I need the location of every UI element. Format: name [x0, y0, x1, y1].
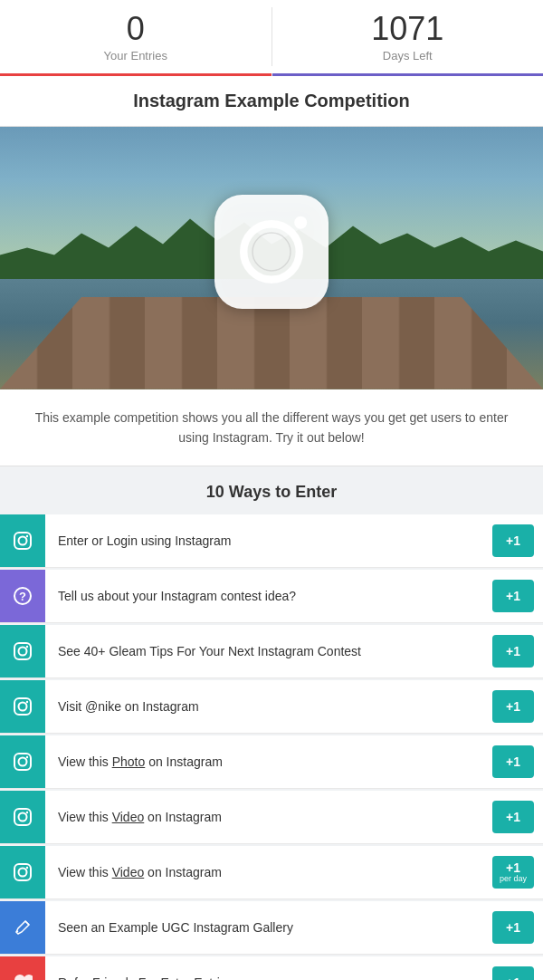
svg-text:?: ? — [19, 590, 26, 603]
list-item[interactable]: See 40+ Gleam Tips For Your Next Instagr… — [0, 625, 543, 678]
svg-point-20 — [26, 812, 28, 813]
svg-rect-4 — [14, 533, 31, 549]
svg-point-13 — [19, 703, 27, 711]
svg-point-10 — [19, 648, 27, 656]
entry-points-badge: +1 — [492, 801, 534, 833]
svg-rect-18 — [14, 809, 31, 825]
instagram-icon — [0, 514, 45, 567]
entry-points-badge: +1 — [492, 745, 534, 778]
days-count: 1071 — [281, 11, 535, 47]
svg-rect-0 — [214, 195, 329, 309]
entries-label: Your Entries — [9, 49, 262, 62]
per-day-label: per day — [500, 875, 527, 884]
competition-description: This example competition shows you all t… — [0, 389, 543, 467]
list-item[interactable]: View this Photo on Instagram +1 — [0, 735, 543, 789]
svg-point-14 — [26, 701, 28, 703]
entry-points-badge: +1 — [492, 635, 534, 668]
instagram-icon — [0, 791, 45, 843]
entry-points-badge: +1 — [492, 911, 534, 944]
stats-header: 0 Your Entries 1071 Days Left — [0, 0, 543, 76]
ways-title: 10 Ways to Enter — [0, 466, 543, 514]
entry-points-badge: +1 — [492, 966, 534, 980]
svg-point-22 — [19, 869, 27, 877]
svg-point-16 — [19, 758, 27, 766]
entry-text: Visit @nike on Instagram — [45, 689, 492, 725]
entry-points-badge: +1 — [492, 690, 534, 723]
pencil-icon — [0, 901, 45, 954]
list-item[interactable]: Refer Friends For Extra Entries +1 — [0, 956, 543, 980]
svg-point-3 — [294, 216, 307, 228]
list-item[interactable]: ? Tell us about your Instagram contest i… — [0, 570, 543, 623]
entry-list: Enter or Login using Instagram +1 ? Tell… — [0, 514, 543, 980]
svg-rect-15 — [14, 754, 31, 770]
entries-stat: 0 Your Entries — [0, 0, 272, 76]
svg-rect-9 — [14, 643, 31, 659]
svg-point-11 — [26, 646, 28, 648]
entry-points-badge: +1 — [492, 580, 534, 612]
heart-icon — [0, 956, 45, 980]
entry-text: See 40+ Gleam Tips For Your Next Instagr… — [45, 634, 492, 670]
entry-text: View this Photo on Instagram — [45, 745, 492, 781]
entry-text: View this Video on Instagram — [45, 800, 492, 836]
entry-text: Seen an Example UGC Instagram Gallery — [45, 910, 492, 946]
instagram-icon — [0, 625, 45, 677]
list-item[interactable]: Visit @nike on Instagram +1 — [0, 680, 543, 734]
instagram-icon — [0, 735, 45, 788]
hero-image — [0, 127, 543, 389]
instagram-icon — [0, 846, 45, 898]
entry-points-badge: +1 per day — [492, 856, 534, 889]
svg-rect-12 — [14, 698, 31, 715]
list-item[interactable]: View this Video on Instagram +1 per day — [0, 846, 543, 899]
competition-title: Instagram Example Competition — [0, 76, 543, 127]
question-icon: ? — [0, 570, 45, 622]
entry-text: Tell us about your Instagram contest ide… — [45, 579, 492, 615]
entry-text: View this Video on Instagram — [45, 855, 492, 891]
list-item[interactable]: View this Video on Instagram +1 — [0, 791, 543, 844]
entries-count: 0 — [9, 11, 262, 47]
instagram-icon — [0, 680, 45, 733]
svg-point-17 — [26, 756, 28, 758]
days-label: Days Left — [281, 49, 535, 62]
list-item[interactable]: Seen an Example UGC Instagram Gallery +1 — [0, 901, 543, 955]
svg-point-6 — [26, 535, 28, 537]
entry-text: Refer Friends For Extra Entries — [45, 966, 492, 980]
days-stat: 1071 Days Left — [272, 0, 544, 76]
svg-point-23 — [26, 867, 28, 869]
svg-point-5 — [19, 537, 27, 545]
entry-text: Enter or Login using Instagram — [45, 524, 492, 560]
list-item[interactable]: Enter or Login using Instagram +1 — [0, 514, 543, 568]
instagram-hero-logo — [208, 188, 335, 315]
entry-points-badge: +1 — [492, 524, 534, 557]
ways-section: 10 Ways to Enter Enter or Login using In… — [0, 466, 543, 980]
svg-rect-21 — [14, 864, 31, 880]
svg-point-19 — [19, 813, 27, 821]
